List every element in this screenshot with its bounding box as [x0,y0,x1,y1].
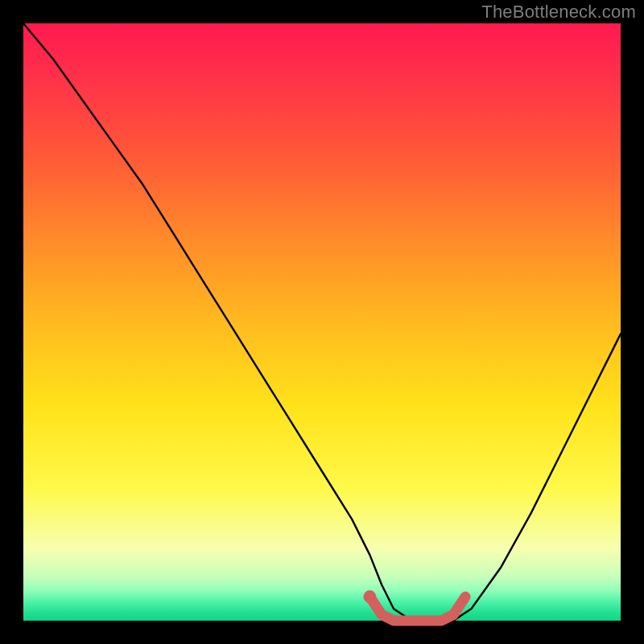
optimal-start-dot [363,590,376,603]
watermark-text: TheBottleneck.com [481,2,636,23]
optimal-zone-marker [369,597,465,621]
plot-area [23,23,621,621]
curve-layer [23,23,621,621]
bottleneck-curve [23,23,621,621]
chart-frame: TheBottleneck.com [0,0,644,644]
